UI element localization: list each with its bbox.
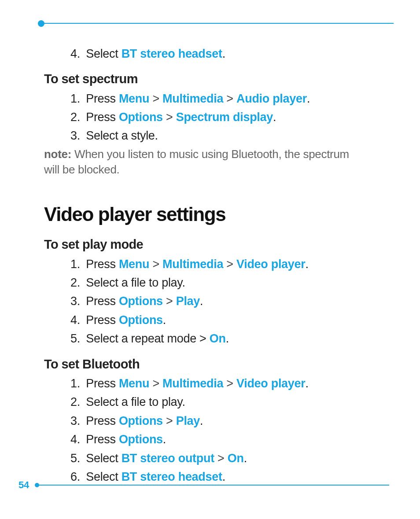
spectrum-step-2: 2. Press Options > Spectrum display. [44, 109, 380, 125]
ui-term: On [228, 452, 244, 465]
step-text: Select [86, 47, 121, 60]
note-text: When you listen to music using Bluetooth… [44, 147, 349, 176]
footer-rule [37, 485, 389, 486]
step-text: Select a style. [86, 129, 158, 142]
step-number: 3. [67, 128, 80, 144]
ui-term: Multimedia [162, 92, 223, 105]
step-text: . [305, 258, 308, 271]
step-text: . [307, 92, 310, 105]
page-content: 4. Select BT stereo headset. To set spec… [0, 0, 420, 485]
ui-term: Menu [119, 92, 149, 105]
breadcrumb-sep: > [223, 258, 236, 271]
step-number: 4. [67, 46, 80, 62]
step-text: . [244, 452, 247, 465]
breadcrumb-sep: > [149, 377, 162, 390]
ui-term: Audio player [236, 92, 307, 105]
ui-term: BT stereo headset [122, 47, 222, 60]
bt-step-4: 4. Press Options. [44, 431, 380, 447]
ui-term: Multimedia [162, 258, 223, 271]
page-number: 54 [18, 479, 29, 491]
step-number: 1. [67, 375, 80, 391]
ui-term: Spectrum display [176, 110, 273, 124]
header-rule [42, 23, 394, 24]
section-heading-video: Video player settings [44, 201, 380, 227]
subheading-playmode: To set play mode [44, 236, 380, 253]
bt-step-1: 1. Press Menu > Multimedia > Video playe… [44, 375, 380, 391]
step-text: . [305, 377, 308, 390]
step-number: 3. [67, 413, 80, 429]
step-text: . [163, 433, 166, 446]
step-text: Select [86, 452, 121, 465]
step-number: 5. [67, 331, 80, 346]
step-text: Press [86, 92, 119, 105]
step-text: . [222, 47, 225, 60]
bt-step-3: 3. Press Options > Play. [44, 413, 380, 429]
step-number: 1. [67, 256, 80, 272]
subheading-bluetooth: To set Bluetooth [44, 356, 380, 373]
note-block: note: When you listen to music using Blu… [44, 147, 352, 177]
step-a4: 4. Select BT stereo headset. [44, 46, 380, 62]
page-footer: 54 [18, 479, 389, 491]
step-number: 4. [67, 312, 80, 328]
step-text: . [226, 332, 229, 345]
step-text: Select a repeat mode > [86, 332, 210, 345]
spectrum-step-1: 1. Press Menu > Multimedia > Audio playe… [44, 91, 380, 107]
step-text: . [163, 313, 166, 327]
step-text: Press [86, 433, 119, 446]
ui-term: Multimedia [162, 377, 223, 390]
breadcrumb-sep: > [149, 258, 162, 271]
bt-step-5: 5. Select BT stereo output > On. [44, 450, 380, 466]
ui-term: On [210, 332, 226, 345]
ui-term: Options [119, 294, 163, 308]
note-label: note: [44, 147, 74, 161]
step-number: 5. [67, 450, 80, 466]
step-number: 3. [67, 293, 80, 309]
step-text: . [273, 110, 276, 124]
ui-term: Options [119, 110, 163, 124]
playmode-step-4: 4. Press Options. [44, 312, 380, 328]
step-text: Press [86, 110, 119, 124]
footer-dot-icon [35, 483, 39, 487]
subheading-spectrum: To set spectrum [44, 70, 380, 88]
step-number: 2. [67, 275, 80, 291]
step-text: Press [86, 414, 119, 427]
ui-term: Menu [119, 377, 149, 390]
step-text: Press [86, 377, 119, 390]
breadcrumb-sep: > [163, 294, 176, 308]
playmode-step-2: 2. Select a file to play. [44, 275, 380, 291]
ui-term: Options [119, 433, 163, 446]
step-text: Press [86, 258, 119, 271]
playmode-step-1: 1. Press Menu > Multimedia > Video playe… [44, 256, 380, 272]
ui-term: Options [119, 414, 163, 427]
ui-term: BT stereo output [122, 452, 214, 465]
breadcrumb-sep: > [163, 110, 176, 124]
step-number: 1. [67, 91, 80, 107]
breadcrumb-sep: > [223, 92, 236, 105]
ui-term: Video player [236, 377, 305, 390]
step-text: Press [86, 294, 119, 308]
step-number: 4. [67, 431, 80, 447]
step-number: 2. [67, 109, 80, 125]
bt-step-2: 2. Select a file to play. [44, 394, 380, 410]
step-text: Select a file to play. [86, 276, 185, 289]
step-text: Press [86, 313, 119, 327]
breadcrumb-sep: > [163, 414, 176, 427]
ui-term: Play [176, 414, 200, 427]
ui-term: Menu [119, 258, 149, 271]
breadcrumb-sep: > [223, 377, 236, 390]
step-text: Select a file to play. [86, 395, 185, 409]
ui-term: Options [119, 313, 163, 327]
playmode-step-5: 5. Select a repeat mode > On. [44, 331, 380, 346]
ui-term: Video player [236, 258, 305, 271]
playmode-step-3: 3. Press Options > Play. [44, 293, 380, 309]
step-text: . [200, 414, 203, 427]
header-dot-icon [38, 20, 44, 27]
spectrum-step-3: 3. Select a style. [44, 128, 380, 144]
step-text: . [200, 294, 203, 308]
breadcrumb-sep: > [214, 452, 228, 465]
breadcrumb-sep: > [149, 92, 162, 105]
step-number: 2. [67, 394, 80, 410]
ui-term: Play [176, 294, 200, 308]
